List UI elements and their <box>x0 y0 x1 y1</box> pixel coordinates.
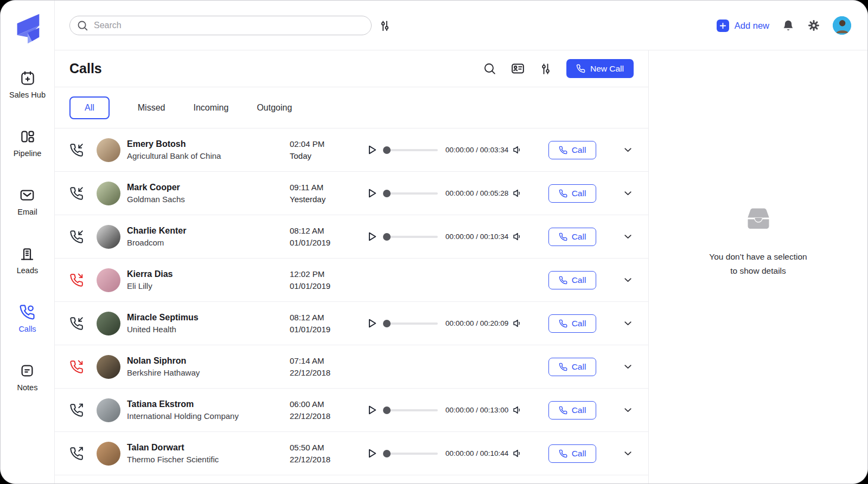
volume-icon[interactable] <box>512 188 524 199</box>
sidebar-item-pipeline[interactable]: Pipeline <box>14 128 42 158</box>
call-button[interactable]: Call <box>548 444 596 463</box>
user-avatar[interactable] <box>833 16 851 35</box>
playback-slider[interactable] <box>384 149 438 151</box>
playback-slider[interactable] <box>384 322 438 325</box>
sidebar-item-leads[interactable]: Leads <box>17 246 39 275</box>
playback-slider[interactable] <box>384 192 438 195</box>
phone-icon <box>559 189 567 198</box>
incoming-call-icon <box>69 143 84 157</box>
pipeline-icon <box>20 128 36 145</box>
chevron-down-icon[interactable] <box>622 448 634 459</box>
volume-icon[interactable] <box>512 448 524 459</box>
call-button[interactable]: Call <box>548 314 596 333</box>
sidebar-item-calls[interactable]: Calls <box>18 304 36 333</box>
outgoing-call-icon <box>69 447 84 461</box>
search-input[interactable] <box>69 16 372 35</box>
search-icon <box>76 20 88 31</box>
chevron-down-icon[interactable] <box>622 144 634 156</box>
volume-icon[interactable] <box>512 404 524 416</box>
contact-avatar <box>97 355 120 379</box>
playback-time: 00:00:00 / 00:13:00 <box>445 406 508 414</box>
call-filter-tabs: AllMissedIncomingOutgoing <box>55 87 648 128</box>
play-icon[interactable] <box>366 317 378 330</box>
call-button-label: Call <box>572 319 586 328</box>
calls-pane: Calls New Call AllMissedInc <box>55 50 648 483</box>
volume-icon[interactable] <box>512 231 524 242</box>
call-row[interactable]: Emery BotoshAgricultural Bank of China02… <box>55 128 648 172</box>
slider-knob[interactable] <box>383 406 391 414</box>
chevron-down-icon[interactable] <box>622 318 634 329</box>
new-call-button[interactable]: New Call <box>566 59 634 78</box>
search-icon[interactable] <box>483 62 496 75</box>
recording-player: 00:00:00 / 00:13:00 <box>366 404 522 416</box>
add-new-button[interactable]: Add new <box>717 20 769 32</box>
slider-knob[interactable] <box>383 190 391 197</box>
call-row[interactable]: Talan DorwartThermo Fischer Scientific05… <box>55 432 648 475</box>
chevron-down-icon[interactable] <box>622 188 634 199</box>
call-row[interactable]: Miracle SeptimusUnited Health08:12 AM01/… <box>55 302 648 345</box>
call-row[interactable]: Mark CooperGoldman Sachs09:11 AMYesterda… <box>55 172 648 215</box>
tab-all[interactable]: All <box>69 96 110 119</box>
recording-player: 00:00:00 / 00:05:28 <box>366 187 522 199</box>
contact-company: Berkshire Hathaway <box>127 368 290 377</box>
missed-call-icon <box>69 273 84 287</box>
notifications-bell-icon[interactable] <box>782 19 795 32</box>
phone-icon <box>576 64 585 73</box>
settings-gear-icon[interactable] <box>807 19 820 32</box>
contact-info: Charlie KenterBroadcom <box>127 226 290 247</box>
call-time: 09:11 AM <box>290 183 366 192</box>
call-row[interactable]: Nolan SiphronBerkshire Hathaway07:14 AM2… <box>55 345 648 389</box>
filter-sliders-icon[interactable] <box>539 62 552 75</box>
play-icon[interactable] <box>366 447 378 460</box>
sidebar-item-label: Notes <box>17 383 38 392</box>
slider-knob[interactable] <box>383 320 391 327</box>
play-icon[interactable] <box>366 187 378 199</box>
sidebar-item-notes[interactable]: Notes <box>17 363 38 392</box>
empty-selection-line2: to show details <box>709 264 807 278</box>
call-row[interactable]: Tatiana EkstromInternational Holding Com… <box>55 389 648 432</box>
chevron-down-icon[interactable] <box>622 231 634 242</box>
sidebar-item-email[interactable]: Email <box>17 187 37 216</box>
slider-knob[interactable] <box>383 146 391 154</box>
call-time: 08:12 AM <box>290 313 366 322</box>
call-button[interactable]: Call <box>548 271 596 289</box>
sidebar-item-sales-hub[interactable]: Sales Hub <box>9 70 46 99</box>
recording-player: 00:00:00 / 00:10:34 <box>366 230 522 243</box>
play-icon[interactable] <box>366 144 378 156</box>
volume-icon[interactable] <box>512 144 524 156</box>
play-icon[interactable] <box>366 230 378 243</box>
tab-missed[interactable]: Missed <box>138 103 165 113</box>
call-datetime: 12:02 PM01/01/2019 <box>290 269 366 291</box>
slider-knob[interactable] <box>383 450 391 457</box>
call-datetime: 05:50 AM22/12/2018 <box>290 443 366 464</box>
playback-slider[interactable] <box>384 453 438 455</box>
sidebar-item-label: Sales Hub <box>9 91 46 99</box>
call-button[interactable]: Call <box>548 141 596 159</box>
playback-slider[interactable] <box>384 236 438 238</box>
call-button-label: Call <box>572 449 586 459</box>
phone-icon <box>559 363 567 371</box>
chevron-down-icon[interactable] <box>622 404 634 416</box>
playback-time: 00:00:00 / 00:03:34 <box>445 146 508 154</box>
tab-outgoing[interactable]: Outgoing <box>257 103 292 113</box>
call-row[interactable]: Kierra DiasEli Lilly12:02 PM01/01/2019Ca… <box>55 259 648 302</box>
play-icon[interactable] <box>366 404 378 416</box>
slider-knob[interactable] <box>383 233 391 241</box>
playback-slider[interactable] <box>384 409 438 411</box>
call-datetime: 02:04 PMToday <box>290 139 366 160</box>
chevron-down-icon[interactable] <box>622 361 634 372</box>
call-button[interactable]: Call <box>548 401 596 420</box>
call-button[interactable]: Call <box>548 184 596 203</box>
volume-icon[interactable] <box>512 318 524 329</box>
call-button[interactable]: Call <box>548 228 596 246</box>
topbar-actions: Add new <box>717 1 851 50</box>
call-button[interactable]: Call <box>548 358 596 376</box>
tab-incoming[interactable]: Incoming <box>193 103 228 113</box>
filter-sliders-icon[interactable] <box>379 20 391 32</box>
call-date: 22/12/2018 <box>290 411 366 421</box>
contact-info: Mark CooperGoldman Sachs <box>127 183 290 204</box>
call-row[interactable]: Charlie KenterBroadcom08:12 AM01/01/2019… <box>55 215 648 259</box>
email-icon <box>19 187 35 203</box>
chevron-down-icon[interactable] <box>622 274 634 286</box>
contact-card-icon[interactable] <box>510 61 525 76</box>
